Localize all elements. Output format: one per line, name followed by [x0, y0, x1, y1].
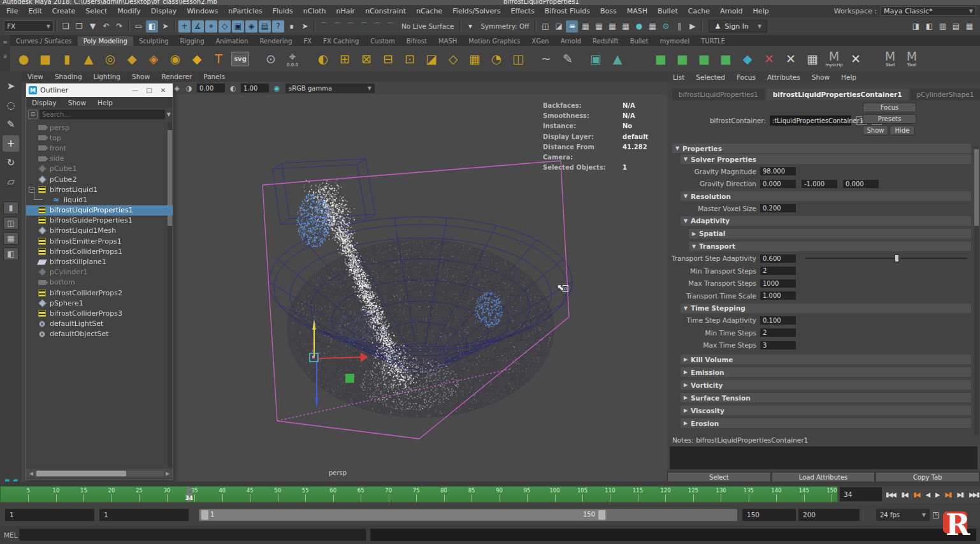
attribute-field-min-time-steps[interactable]: 2 [760, 328, 796, 337]
section-expander-icon[interactable]: ▶ [689, 231, 699, 237]
layout-persp-outliner[interactable]: ◧ [3, 247, 18, 260]
range-end-handle[interactable] [598, 510, 605, 520]
attribute-field-max-time-steps[interactable]: 3 [760, 341, 796, 349]
outliner-item-side[interactable]: side [26, 154, 173, 164]
layout-two-pane[interactable]: ◫ [3, 217, 18, 230]
menu-windows[interactable]: Windows [182, 6, 223, 16]
output-node-icon[interactable]: ⌒ [358, 20, 370, 33]
menu-mash[interactable]: MASH [622, 6, 652, 16]
command-language-toggle[interactable]: MEL [0, 531, 19, 539]
section-header-viscosity[interactable]: ▶Viscosity [681, 406, 971, 415]
fps-selector[interactable]: 24 fps ▼ [876, 509, 930, 521]
shelf-tab-sculpting[interactable]: Sculpting [133, 36, 175, 46]
skeleton-2-icon[interactable]: MSkel [902, 49, 921, 68]
command-input[interactable] [19, 529, 366, 541]
display-1-icon[interactable]: ▦ [579, 20, 591, 33]
menu-cache[interactable]: Cache [683, 6, 715, 16]
freeze-icon[interactable]: ✕ [781, 49, 800, 68]
time-slider[interactable]: 5101520253035404550556065707580859095100… [0, 486, 838, 503]
sign-in-button[interactable]: ♟Sign In▼ [709, 20, 767, 33]
outliner-item-bottom[interactable]: bottom [26, 277, 173, 288]
menu-create[interactable]: Create [47, 6, 81, 16]
attribute-field-gravity-direction[interactable]: 0.000 [760, 180, 796, 188]
shelf-tab-curves-surfaces[interactable]: Curves / Surfaces [10, 36, 78, 46]
menu-arnold[interactable]: Arnold [715, 6, 748, 16]
ae-menu-selected[interactable]: Selected [690, 73, 731, 81]
select-tool[interactable]: ➤ [3, 78, 19, 94]
section-expander-icon[interactable]: ▶ [681, 420, 691, 426]
shelf-menu-button[interactable]: ≡ [0, 35, 10, 49]
outliner-menu-help[interactable]: Help [92, 99, 119, 107]
ae-menu-list[interactable]: List [667, 73, 690, 81]
paint-effects-icon[interactable]: ▣ [586, 49, 605, 68]
scroll-right-icon[interactable]: ▶ [164, 471, 171, 476]
shelf-tab-rigging[interactable]: Rigging [175, 36, 210, 46]
layout-four-pane[interactable]: ▦ [3, 232, 18, 245]
copy-tab-button[interactable]: Copy Tab [876, 472, 979, 482]
snap-point-icon[interactable]: ⌖ [205, 20, 217, 33]
menu-help[interactable]: Help [748, 6, 774, 16]
outliner-menu-show[interactable]: Show [62, 99, 92, 107]
cross-tool-icon[interactable]: ✕ [846, 49, 865, 68]
poly-cylinder-icon[interactable]: ▮ [57, 49, 76, 68]
menu-modify[interactable]: Modify [112, 6, 145, 16]
poly-torus-icon[interactable]: ◎ [101, 49, 120, 68]
bake-1-icon[interactable]: ■ [651, 49, 670, 68]
panel-menu-panels[interactable]: Panels [198, 73, 231, 80]
section-header-vorticity[interactable]: ▶Vorticity [681, 380, 971, 390]
outliner-horizontal-scrollbar[interactable]: ◀ ▶ [26, 469, 173, 478]
section-header-erosion[interactable]: ▶Erosion [681, 418, 971, 428]
step-back-key-button[interactable]: ▮◀ [914, 491, 919, 498]
measure-distance-icon[interactable]: ⊙ [261, 49, 280, 68]
snap-curve-icon[interactable]: ∡ [192, 20, 204, 33]
section-expander-icon[interactable]: ▼ [681, 305, 691, 311]
bake-2-icon[interactable]: ■ [673, 49, 692, 68]
snap-grid-icon[interactable]: + [178, 20, 191, 33]
outliner-item-bifrostColliderProps1[interactable]: bifrostColliderProps1 [26, 246, 173, 256]
lasso-tool[interactable]: ◌ [3, 97, 19, 114]
outliner-item-persp[interactable]: persp [26, 122, 173, 133]
type-tool-icon[interactable]: T [209, 49, 228, 68]
sphere-uv-icon[interactable]: ◐ [313, 49, 333, 68]
display-4-icon[interactable]: ▦ [619, 20, 631, 33]
outliner-item-bifrostGuideProperties1[interactable]: bifrostGuideProperties1 [26, 216, 173, 226]
gamma-field[interactable]: 1.00 [241, 84, 269, 92]
display-2-icon[interactable]: ▦ [593, 20, 605, 33]
menu-file[interactable]: File [1, 6, 23, 16]
attribute-field-gravity-direction[interactable]: -1.000 [802, 180, 837, 188]
menu-select[interactable]: Select [80, 6, 112, 16]
load-attributes-button[interactable]: Load Attributes [772, 472, 876, 482]
shelf-tab-mash[interactable]: MASH [433, 36, 463, 46]
channel-box-toggle-icon[interactable]: ▦ [963, 20, 976, 33]
paint-select-tool[interactable]: ✎ [3, 116, 19, 133]
target-weld-icon[interactable]: ◇ [443, 49, 463, 68]
outliner-item-defaultObjectSet[interactable]: defaultObjectSet [26, 329, 173, 339]
outliner-item-bifrostLiquidProperties1[interactable]: bifrostLiquidProperties1 [26, 205, 173, 216]
outliner-item-bifrostLiquid1[interactable]: −bifrostLiquid1 [26, 184, 173, 195]
step-icon[interactable]: ▶ [686, 20, 698, 33]
outliner-item-liquid1[interactable]: ≈liquid1 [26, 195, 173, 205]
search-input[interactable] [40, 110, 165, 119]
exposure-icon[interactable]: ◑ [184, 83, 194, 93]
construction-history-icon[interactable]: ⌒ [345, 20, 357, 33]
section-expander-icon[interactable]: ▼ [681, 193, 691, 199]
outliner-item-pCube2[interactable]: pCube2 [26, 174, 173, 184]
tool-settings-toggle-icon[interactable]: ▤ [950, 20, 962, 33]
open-render-view-icon[interactable]: ◫ [539, 20, 551, 33]
ae-menu-show[interactable]: Show [806, 73, 835, 81]
menu-set-selector[interactable]: FX ▼ [4, 20, 54, 32]
go-to-end-button[interactable]: ▶▶▮ [969, 491, 979, 498]
history-toggle-icon[interactable]: ⌒ [371, 20, 384, 33]
animation-start-field[interactable]: 1 [5, 509, 94, 521]
render-current-icon[interactable]: ◪ [552, 20, 565, 33]
combine-icon[interactable]: ⊞ [335, 49, 354, 68]
shelf-side-buttons[interactable]: ≡a [0, 35, 10, 71]
menu-nparticles[interactable]: nParticles [223, 6, 267, 16]
shelf-tab-mymodel[interactable]: mymodel [654, 36, 695, 46]
show-button[interactable]: Show [863, 126, 888, 135]
section-expander-icon[interactable]: ▼ [689, 244, 699, 249]
menu-boss[interactable]: Boss [595, 6, 622, 16]
shelf-tab-fx-caching[interactable]: FX Caching [317, 36, 364, 46]
range-slider[interactable]: 1 150 [199, 509, 737, 521]
shelf-tab-fx[interactable]: FX [298, 36, 318, 46]
